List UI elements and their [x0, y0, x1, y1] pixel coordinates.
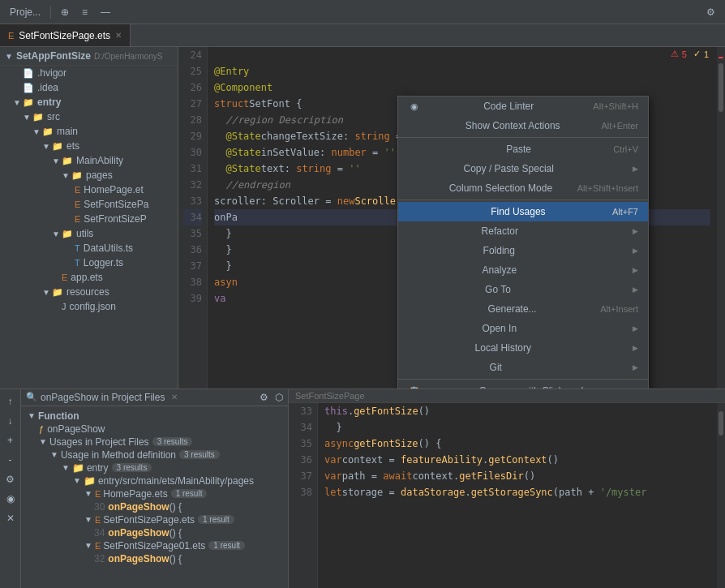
expand-btn[interactable]: +	[2, 431, 19, 449]
bottom-scrollbar[interactable]	[719, 411, 723, 436]
tree-label: pages	[86, 170, 113, 181]
line-num: 30	[94, 501, 105, 513]
ctx-copy-paste-special[interactable]: Copy / Paste Special	[398, 159, 648, 178]
scrollbar[interactable]	[719, 63, 723, 112]
bottom-code-area: 333435363738 this.getFontSize() } async …	[289, 403, 725, 589]
ctx-label: Compare with Clipboard	[479, 385, 584, 388]
error-indicator: ⚠ 5	[671, 49, 687, 59]
ctx-compare-clipboard[interactable]: 📋 Compare with Clipboard	[398, 381, 648, 388]
find-file-homepage[interactable]: ▼ E HomePage.ets 1 result	[21, 487, 288, 500]
tree-item-setfront[interactable]: E SetFrontSizeP	[0, 212, 178, 226]
settings-icon[interactable]: ⚙	[701, 5, 720, 19]
project-dropdown[interactable]: Proje...	[5, 5, 45, 19]
ctx-goto[interactable]: Go To	[398, 280, 648, 299]
tree-item-logger[interactable]: T Logger.ts	[0, 255, 178, 270]
ctx-folding[interactable]: Folding	[398, 241, 648, 260]
find-entry-path[interactable]: ▼ 📁 entry/src/main/ets/MainAbility/pages	[21, 474, 288, 487]
find-function-name[interactable]: ƒ onPageShow	[21, 423, 288, 436]
ctx-generate[interactable]: Generate... Alt+Insert	[398, 299, 648, 319]
tree-item-main[interactable]: ▼ 📁 main	[0, 124, 178, 139]
find-tab-close[interactable]: ✕	[171, 393, 178, 401]
find-icon: 🔍	[26, 392, 37, 402]
ctx-label: Local History	[475, 342, 531, 354]
nav-icon[interactable]: ⊕	[56, 5, 74, 19]
tree-label: entry	[37, 97, 61, 108]
ctx-git[interactable]: Git	[398, 358, 648, 377]
ctx-context-actions[interactable]: Show Context Actions Alt+Enter	[398, 116, 648, 135]
find-file-setfont[interactable]: ▼ E SetFontSizePage.ets 1 result	[21, 513, 288, 526]
ctx-open-in[interactable]: Open In	[398, 319, 648, 338]
tree-item[interactable]: 📄 .hvigor	[0, 66, 178, 80]
file-count: 1 result	[171, 489, 208, 498]
down-btn[interactable]: ↓	[2, 412, 19, 430]
error-bar: ⚠ 5 ✓ 1	[671, 49, 709, 59]
find-expand-icon[interactable]: ⬡	[275, 392, 283, 403]
file-icon: E	[62, 273, 67, 282]
arrow: ▼	[62, 171, 70, 180]
bottom-line-numbers: 333435363738	[289, 403, 318, 589]
file-name: SetFontSizePage01.ets	[103, 540, 205, 552]
file-icon: T	[75, 243, 80, 253]
file-icon: T	[75, 258, 80, 268]
tree-label: SetFontSizePa	[84, 199, 148, 210]
filter-btn[interactable]: ◉	[2, 490, 19, 508]
warning-icon: ✓	[693, 49, 701, 59]
ctx-label: Open In	[482, 323, 517, 334]
tree-item-setfont[interactable]: E SetFontSizePa	[0, 197, 178, 212]
arrow: ▼	[50, 450, 58, 459]
project-title: SetAppFontSize	[16, 50, 91, 62]
find-line-setfont01-32[interactable]: 32 onPageShow() {	[21, 552, 288, 565]
settings-btn[interactable]: ⚙	[2, 470, 19, 488]
tree-item-entry[interactable]: ▼ 📁 entry	[0, 95, 178, 109]
tree-item-pages[interactable]: ▼ 📁 pages	[0, 168, 178, 182]
close-btn[interactable]: ✕	[2, 509, 19, 527]
tree-item-homepage[interactable]: E HomePage.et	[0, 182, 178, 197]
find-file-setfont01[interactable]: ▼ E SetFontSizePage01.ets 1 result	[21, 539, 288, 552]
arrow: ▼	[23, 113, 31, 122]
path-icon: 📁	[84, 475, 96, 487]
tree-item-utils[interactable]: ▼ 📁 utils	[0, 226, 178, 241]
find-line-setfont-34[interactable]: 34 onPageShow() {	[21, 526, 288, 539]
tab-close-icon[interactable]: ✕	[115, 31, 122, 40]
arrow: ▼	[28, 411, 36, 420]
find-settings-icon[interactable]: ⚙	[260, 392, 268, 403]
tree-item-ets[interactable]: ▼ 📁 ets	[0, 139, 178, 153]
file-icon: E	[95, 541, 101, 551]
tree-item-src[interactable]: ▼ 📁 src	[0, 109, 178, 124]
tree-item-datautils[interactable]: T DataUtils.ts	[0, 241, 178, 255]
file-icon: E	[75, 200, 80, 209]
tree-label: .idea	[37, 82, 58, 93]
ctx-paste[interactable]: Paste Ctrl+V	[398, 139, 648, 159]
ctx-refactor[interactable]: Refactor	[398, 221, 648, 241]
find-method-def[interactable]: ▼ Usage in Method definition 3 results	[21, 449, 288, 461]
bottom-code-content[interactable]: this.getFontSize() } async getFontSize()…	[318, 403, 717, 589]
find-entry[interactable]: ▼ 📁 entry 3 results	[21, 461, 288, 474]
list-icon[interactable]: ≡	[77, 5, 92, 19]
folder-icon: 📁	[32, 112, 44, 122]
ctx-code-linter[interactable]: ◉ Code Linter Alt+Shift+H	[398, 97, 648, 116]
collapse-btn[interactable]: -	[2, 451, 19, 469]
ctx-column-select[interactable]: Column Selection Mode Alt+Shift+Insert	[398, 178, 648, 198]
tab-label: SetFontSizePage.ets	[19, 30, 110, 41]
arrow: ▼	[39, 437, 47, 446]
tree-item-resources[interactable]: ▼ 📁 resources	[0, 285, 178, 299]
tree-item-config[interactable]: J config.json	[0, 299, 178, 314]
collapse-icon[interactable]: —	[96, 5, 115, 19]
file-count: 1 result	[208, 541, 245, 550]
tree-item-mainability[interactable]: ▼ 📁 MainAbility	[0, 153, 178, 168]
file-icon: E	[75, 214, 80, 224]
find-line-homepage-30[interactable]: 30 onPageShow() {	[21, 500, 288, 513]
tree-item[interactable]: 📄 .idea	[0, 80, 178, 95]
find-category-function[interactable]: ▼ Function	[21, 410, 288, 423]
project-header[interactable]: ▼ SetAppFontSize D:/OpenHarmonyS	[0, 47, 178, 66]
left-sidebar: ↑ ↓ + - ⚙ ◉ ✕	[0, 389, 21, 589]
tree-item-appets[interactable]: E app.ets	[0, 270, 178, 285]
tab-setfontsizepage[interactable]: E SetFontSizePage.ets ✕	[0, 24, 131, 46]
entry-label: entry	[87, 462, 109, 474]
ctx-local-history[interactable]: Local History	[398, 338, 648, 358]
ctx-find-usages[interactable]: Find Usages Alt+F7	[398, 202, 648, 221]
up-btn[interactable]: ↑	[2, 393, 19, 410]
ctx-analyze[interactable]: Analyze	[398, 260, 648, 280]
code-line: this.getFontSize()	[324, 403, 710, 419]
find-usages-header[interactable]: ▼ Usages in Project Files 3 results	[21, 436, 288, 449]
